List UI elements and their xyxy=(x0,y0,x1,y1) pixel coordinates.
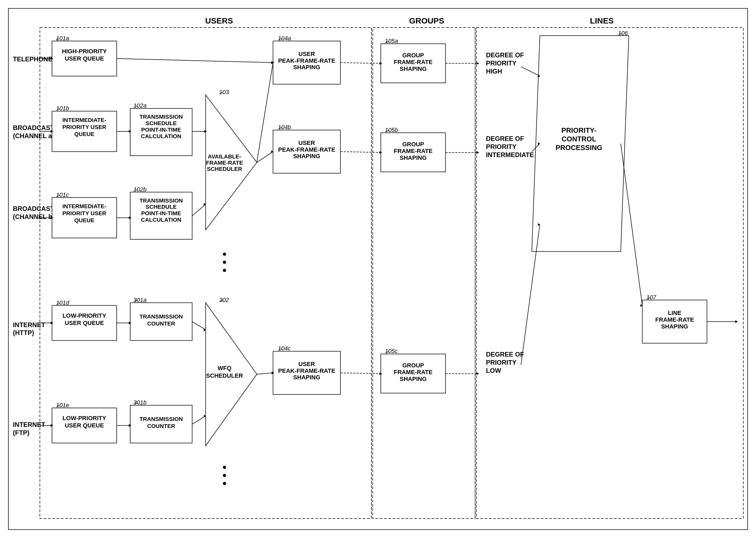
broadcast-b-label: BROADCAST xyxy=(13,205,54,212)
box-103-text1: AVAILABLE- xyxy=(208,153,241,159)
telephone-label: TELEPHONE xyxy=(13,55,52,63)
priority-low-text1: DEGREE OF xyxy=(486,350,524,358)
box-301a-text2: COUNTER xyxy=(147,320,175,327)
box-104c-text3: SHAPING xyxy=(293,374,320,381)
arrow-high-ctrl xyxy=(521,67,540,76)
arrow-105c-priority-head xyxy=(476,372,479,375)
groups-section-box xyxy=(373,27,475,518)
arrow-301a-302 xyxy=(192,322,206,330)
box-105b-text2: FRAME-RATE xyxy=(394,148,432,154)
box-105c-text3: SHAPING xyxy=(400,376,427,382)
priority-high-text2: PRIORITY xyxy=(486,60,516,67)
box-101b-text3: QUEUE xyxy=(74,131,94,137)
arrow-105b-priority-head xyxy=(476,151,479,154)
dots-1a xyxy=(223,252,226,256)
priority-int-text2: PRIORITY xyxy=(486,143,516,150)
ref-104b: 104b xyxy=(278,124,291,131)
box-101e-text2: USER QUEUE xyxy=(65,422,104,429)
box-105a-text1: GROUP xyxy=(402,52,424,59)
box-103-text2: FRAME-RATE xyxy=(206,159,243,166)
internet-http-label: INTERNET xyxy=(13,321,45,329)
ref-102a: 102a xyxy=(133,102,147,109)
box-107-text3: SHAPING xyxy=(661,323,688,330)
ref-104a: 104a xyxy=(278,35,291,42)
ref-301a: 301a xyxy=(133,296,147,303)
groups-section-label: GROUPS xyxy=(409,16,444,25)
box-107-text1: LINE xyxy=(668,309,682,316)
box-105c-text2: FRAME-RATE xyxy=(394,369,432,376)
arrow-103-104a xyxy=(257,63,273,162)
box-101a-text2: USER QUEUE xyxy=(65,55,104,62)
diagram-svg: USERS GROUPS LINES TELEPHONE BROADCAST (… xyxy=(9,9,747,529)
box-104c-text2: PEAK-FRAME-RATE xyxy=(278,367,335,374)
ref-105c: 105c xyxy=(385,348,398,354)
box-302-text1: WFQ xyxy=(218,365,231,371)
ref-106: 106 xyxy=(618,30,628,36)
box-101d-text2: USER QUEUE xyxy=(65,320,104,326)
arrow-ctrl-line-shaping xyxy=(621,143,642,305)
dots-1c xyxy=(223,269,226,272)
ref-302: 302 xyxy=(219,296,229,303)
dots-2b xyxy=(223,474,226,477)
internet-http-proto-label: (HTTP) xyxy=(13,329,34,336)
box-104a-text2: PEAK-FRAME-RATE xyxy=(278,57,335,64)
box-101b-text1: INTERMEDIATE- xyxy=(62,117,106,123)
box-101d-text1: LOW-PRIORITY xyxy=(62,312,106,319)
ref-101b: 101b xyxy=(56,105,69,112)
arrow-302-104c xyxy=(257,373,273,374)
box-101c-text2: PRIORITY USER xyxy=(62,210,107,216)
box-104b-text1: USER xyxy=(299,139,315,146)
priority-control-text3: PROCESSING xyxy=(556,144,602,151)
box-104a-text3: SHAPING xyxy=(293,64,320,71)
ref-101a: 101a xyxy=(56,35,69,42)
box-101c-text3: QUEUE xyxy=(74,217,94,223)
priority-control-text1: PRIORITY- xyxy=(561,127,597,134)
box-102a-text2: SCHEDULE xyxy=(146,120,177,126)
box-301b-text2: COUNTER xyxy=(147,423,175,429)
priority-int-text3: INTERMEDIATE xyxy=(486,151,534,158)
ref-101e: 101e xyxy=(56,402,69,408)
ref-101c: 101c xyxy=(56,191,69,198)
ref-105b: 105b xyxy=(385,127,398,133)
internet-ftp-label: INTERNET xyxy=(13,421,45,428)
arrow-104a-105a xyxy=(340,63,381,64)
dots-2a xyxy=(223,465,226,469)
dots-2c xyxy=(223,482,226,485)
priority-int-text1: DEGREE OF xyxy=(486,135,524,142)
box-102b-text2: SCHEDULE xyxy=(146,204,177,210)
lines-section-label: LINES xyxy=(590,16,614,25)
arrow-105a-priority-head xyxy=(476,62,479,65)
priority-low-text2: PRIORITY xyxy=(486,359,516,366)
box-105b-text3: SHAPING xyxy=(400,154,427,161)
arrow-104c-105c xyxy=(340,373,381,374)
arrow-102b-103 xyxy=(192,204,206,216)
priority-low-text3: LOW xyxy=(486,367,501,374)
box-104a-text1: USER xyxy=(299,51,315,57)
box-105a-text3: SHAPING xyxy=(400,65,427,72)
priority-control-text2: CONTROL xyxy=(561,135,596,143)
broadcast-a-label: BROADCAST xyxy=(13,124,54,132)
ref-103: 103 xyxy=(219,89,229,95)
box-102a-text4: CALCULATION xyxy=(141,133,181,139)
box-101e-text1: LOW-PRIORITY xyxy=(62,415,106,421)
box-102b-text3: POINT-IN-TIME xyxy=(141,210,181,216)
diagram-container: USERS GROUPS LINES TELEPHONE BROADCAST (… xyxy=(8,8,748,530)
arrow-103-104b xyxy=(257,152,273,162)
ref-105a: 105a xyxy=(385,37,398,44)
internet-ftp-proto-label: (FTP) xyxy=(13,429,29,436)
broadcast-a-channel-label: (CHANNEL a) xyxy=(13,132,54,139)
ref-107: 107 xyxy=(646,294,656,300)
box-102b-text1: TRANSMISSION xyxy=(139,197,183,204)
box-104c-text1: USER xyxy=(299,361,315,367)
box-102a-text1: TRANSMISSION xyxy=(139,114,183,120)
box-104b-text2: PEAK-FRAME-RATE xyxy=(278,146,335,153)
broadcast-b-channel-label: (CHANNEL b) xyxy=(13,213,55,220)
box-301a-text1: TRANSMISSION xyxy=(139,313,183,320)
box-102b-text4: CALCULATION xyxy=(141,217,181,223)
box-101c-text1: INTERMEDIATE- xyxy=(62,203,106,209)
box-301b-text1: TRANSMISSION xyxy=(139,416,183,422)
box-103-text3: SCHEDULER xyxy=(207,166,242,172)
arrow-104b-105b xyxy=(340,152,381,152)
box-101b-text2: PRIORITY USER xyxy=(62,124,107,130)
priority-high-text1: DEGREE OF xyxy=(486,51,524,59)
